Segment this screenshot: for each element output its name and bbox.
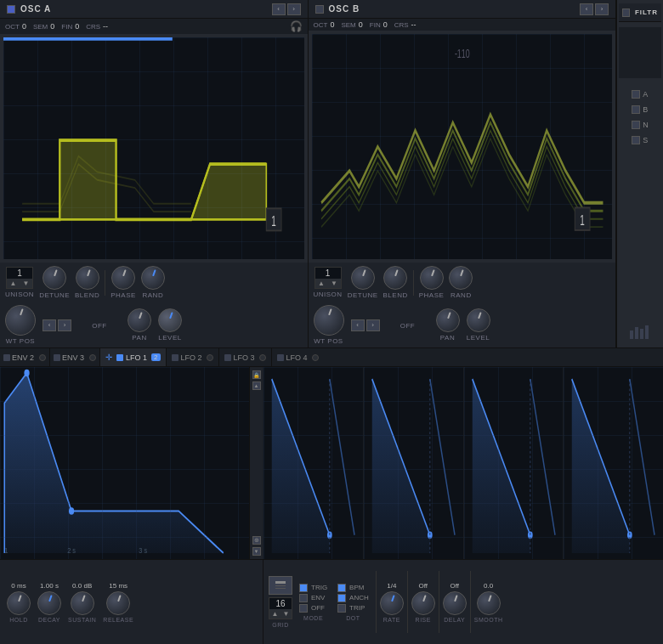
- env-scroll-up[interactable]: ▲: [252, 381, 261, 390]
- svg-text:-110: -110: [454, 47, 469, 61]
- osc-a-sem-item: SEM 0: [33, 22, 54, 31]
- osc-a-blend-knob[interactable]: [76, 266, 99, 290]
- osc-b-blend-knob[interactable]: [383, 266, 407, 290]
- osc-b-right[interactable]: ›: [366, 319, 380, 331]
- osc-a-rand-label: RAND: [142, 291, 163, 299]
- osc-b-unison-up[interactable]: ▲: [315, 279, 328, 288]
- rise-knob[interactable]: [411, 591, 435, 615]
- osc-a-phase-knob[interactable]: [111, 266, 135, 290]
- decay-label: DECAY: [38, 617, 60, 623]
- lfo2-tab[interactable]: LFO 2: [167, 348, 219, 366]
- filter-a-btn[interactable]: A: [630, 88, 650, 100]
- osc-a-detune-knob[interactable]: [42, 266, 66, 290]
- env-scroll-down[interactable]: ▼: [252, 547, 261, 556]
- env-display: 2 s 3 s 1 🔒 ▲ ⊕ ▼: [0, 367, 264, 559]
- env2-tab[interactable]: ENV 2: [0, 348, 50, 366]
- smooth-knob[interactable]: [477, 591, 501, 615]
- osc-b-header: OSC B ‹ ›: [309, 0, 616, 19]
- release-knob[interactable]: [106, 591, 130, 615]
- osc-a-left[interactable]: ‹: [42, 319, 56, 331]
- env-scroll-lock[interactable]: 🔒: [252, 370, 261, 379]
- osc-a-wt-row: WT POS ‹ › OFF PAN LEVEL: [0, 302, 308, 347]
- osc-b-wtpos-knob[interactable]: [314, 305, 344, 336]
- decay-group: 1.00 s DECAY: [37, 582, 61, 623]
- osc-b-nav: ‹ ›: [580, 3, 609, 15]
- top-section: OSC A ‹ › OCT 0 SEM 0 FIN 0: [0, 0, 663, 348]
- svg-rect-10: [645, 325, 649, 339]
- filter-n-led: [632, 121, 640, 129]
- hold-knob[interactable]: [7, 591, 31, 615]
- osc-a-level-knob[interactable]: [158, 308, 182, 332]
- osc-b-left[interactable]: ‹: [351, 319, 365, 331]
- osc-b-off-group: OFF: [387, 320, 429, 330]
- filter-eq-icon[interactable]: [628, 324, 652, 344]
- delay-knob[interactable]: [443, 591, 467, 615]
- filter-n-btn[interactable]: N: [630, 119, 650, 131]
- lfo-checkboxes: TRIG ENV OFF MODE: [296, 582, 331, 623]
- osc-a-right[interactable]: ›: [58, 319, 71, 331]
- osc-b-led[interactable]: [315, 5, 324, 14]
- svg-marker-11: [4, 373, 224, 553]
- osc-b-pan-knob[interactable]: [436, 308, 460, 332]
- osc-b-next[interactable]: ›: [595, 3, 609, 15]
- grid-down[interactable]: ▼: [280, 609, 292, 619]
- osc-b-prev[interactable]: ‹: [580, 3, 593, 15]
- osc-b-wavetable[interactable]: 1 -110: [312, 34, 613, 259]
- sep1: [105, 270, 105, 296]
- osc-a-phase-label: PHASE: [110, 291, 136, 299]
- trip-checkbox[interactable]: TRIP: [337, 604, 369, 613]
- rate-label: RATE: [383, 617, 400, 623]
- osc-a-wtpos-knob[interactable]: [5, 305, 36, 336]
- osc-b-level-knob[interactable]: [467, 308, 490, 332]
- osc-a-wavetable[interactable]: 1: [3, 37, 304, 259]
- osc-a-detune-group: DETUNE: [39, 266, 70, 299]
- lfo1-tab[interactable]: ✛ LFO 1 2: [100, 348, 166, 366]
- osc-a-pan-knob[interactable]: [128, 308, 151, 332]
- osc-a-prev[interactable]: ‹: [272, 3, 286, 15]
- lfo4-tab[interactable]: LFO 4: [272, 348, 324, 366]
- grid-up[interactable]: ▲: [269, 609, 280, 619]
- osc-a-unison-down[interactable]: ▼: [20, 279, 32, 288]
- lfo-sep4: [470, 571, 471, 633]
- lfo1-led: [116, 354, 123, 361]
- synth-main: OSC A ‹ › OCT 0 SEM 0 FIN 0: [0, 0, 663, 644]
- trig-label: TRIG: [311, 584, 327, 591]
- osc-a-next[interactable]: ›: [287, 3, 301, 15]
- osc-a-unison-spinbox[interactable]: 1 ▲ ▼: [6, 267, 33, 289]
- svg-text:1: 1: [4, 545, 8, 555]
- osc-a-unison-up[interactable]: ▲: [7, 279, 20, 288]
- osc-a-rand-knob[interactable]: [141, 266, 165, 290]
- sustain-knob[interactable]: [71, 591, 94, 615]
- lfo-preset-btn[interactable]: [269, 576, 292, 595]
- grid-spinbox[interactable]: 16 ▲ ▼: [269, 597, 292, 619]
- lfo-env-label: ENV: [311, 594, 325, 602]
- osc-b-detune-knob[interactable]: [351, 266, 375, 290]
- lfo3-tab[interactable]: LFO 3: [219, 348, 272, 366]
- osc-a-phase-group: PHASE: [110, 266, 136, 299]
- filter-s-btn[interactable]: S: [630, 134, 650, 146]
- mode-label: MODE: [299, 615, 327, 621]
- osc-b-unison-down[interactable]: ▼: [328, 279, 341, 288]
- rate-knob[interactable]: [380, 591, 404, 615]
- osc-b-panel: OSC B ‹ › OCT 0 SEM 0 FIN 0: [309, 0, 617, 347]
- env-scroll-zoom[interactable]: ⊕: [252, 536, 261, 545]
- lfo4-circle: [312, 354, 319, 361]
- env3-tab[interactable]: ENV 3: [50, 348, 100, 366]
- filter-led[interactable]: [622, 8, 630, 17]
- anch-checkbox[interactable]: ANCH: [337, 594, 369, 602]
- lfo3-led: [224, 354, 231, 361]
- off-checkbox[interactable]: OFF: [299, 604, 327, 613]
- trig-checkbox[interactable]: TRIG: [299, 584, 327, 592]
- lfo4-led: [277, 354, 284, 361]
- decay-knob[interactable]: [37, 591, 61, 615]
- osc-a-led[interactable]: [7, 5, 15, 14]
- osc-b-phase-knob[interactable]: [420, 266, 444, 290]
- env-checkbox[interactable]: ENV: [299, 594, 327, 602]
- bpm-checkbox[interactable]: BPM: [337, 584, 369, 592]
- osc-b-unison-spinbox[interactable]: 1 ▲ ▼: [314, 267, 342, 289]
- osc-b-rand-knob[interactable]: [449, 266, 473, 290]
- svg-text:1: 1: [271, 213, 276, 229]
- release-group: 15 ms RELEASE: [103, 582, 133, 623]
- osc-a-headphone[interactable]: 🎧: [290, 20, 303, 32]
- filter-b-btn[interactable]: B: [630, 104, 650, 116]
